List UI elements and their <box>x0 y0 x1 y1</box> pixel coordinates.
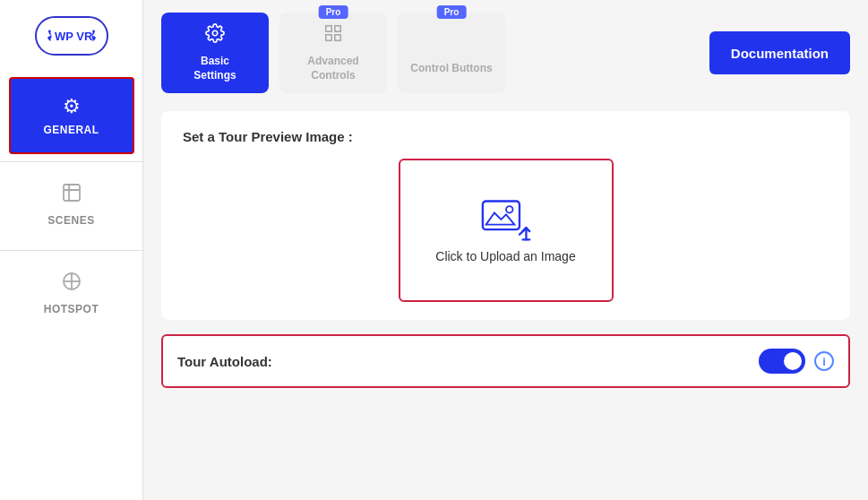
svg-rect-8 <box>335 35 340 40</box>
documentation-button[interactable]: Documentation <box>709 31 850 74</box>
sidebar-divider-2 <box>0 250 142 251</box>
svg-rect-1 <box>64 185 80 201</box>
sidebar-label-hotspot: HOTSPOT <box>44 303 99 315</box>
tab-advanced-controls-icon <box>323 23 343 47</box>
sidebar-item-general[interactable]: ⚙ GENERAL <box>9 77 134 154</box>
tab-basic-settings-icon <box>205 23 225 47</box>
svg-text:WP VR: WP VR <box>55 30 93 43</box>
logo: WP VR <box>35 9 108 63</box>
autoload-row: Tour Autoload: i <box>161 334 850 388</box>
svg-point-17 <box>506 206 512 212</box>
sidebar-label-scenes: SCENES <box>47 214 94 227</box>
sidebar-divider-1 <box>0 161 142 162</box>
autoload-info-icon[interactable]: i <box>814 351 834 371</box>
toggle-container: i <box>759 349 834 374</box>
autoload-toggle[interactable] <box>759 349 805 374</box>
svg-rect-6 <box>326 26 331 31</box>
tab-control-buttons-label: Control Buttons <box>410 62 492 76</box>
sidebar-label-general: GENERAL <box>43 124 99 136</box>
tab-advanced-controls-label: Advanced Controls <box>288 55 378 82</box>
tab-bar: BasicSettings Pro Advanced Controls Pro <box>161 13 850 93</box>
autoload-label: Tour Autoload: <box>177 354 272 369</box>
pro-badge-control: Pro <box>437 5 467 19</box>
tab-basic-settings-label: BasicSettings <box>193 55 236 82</box>
sidebar-item-hotspot[interactable]: HOTSPOT <box>9 254 134 332</box>
sidebar: WP VR ⚙ GENERAL SCENES <box>0 0 143 500</box>
gear-icon: ⚙ <box>63 95 81 118</box>
tab-control-buttons[interactable]: Pro Control Buttons <box>398 13 505 93</box>
main-content: BasicSettings Pro Advanced Controls Pro <box>143 0 868 500</box>
svg-rect-7 <box>335 26 340 31</box>
tab-advanced-controls[interactable]: Pro Advanced Controls <box>279 13 387 93</box>
svg-rect-9 <box>326 35 331 40</box>
scenes-icon <box>61 182 82 209</box>
upload-area[interactable]: Click to Upload an Image <box>399 159 614 302</box>
pro-badge-advanced: Pro <box>319 5 348 19</box>
preview-title: Set a Tour Preview Image : <box>183 129 829 144</box>
logo-svg: WP VR <box>46 23 98 48</box>
logo-box: WP VR <box>35 16 108 56</box>
hotspot-icon <box>61 271 82 297</box>
svg-point-5 <box>212 30 218 36</box>
upload-icon <box>481 197 531 242</box>
preview-section: Set a Tour Preview Image : Click to Uplo… <box>161 111 850 320</box>
sidebar-item-scenes[interactable]: SCENES <box>9 166 134 243</box>
upload-label: Click to Upload an Image <box>435 249 575 263</box>
tab-control-buttons-icon <box>442 30 461 55</box>
tab-basic-settings[interactable]: BasicSettings <box>161 13 269 93</box>
